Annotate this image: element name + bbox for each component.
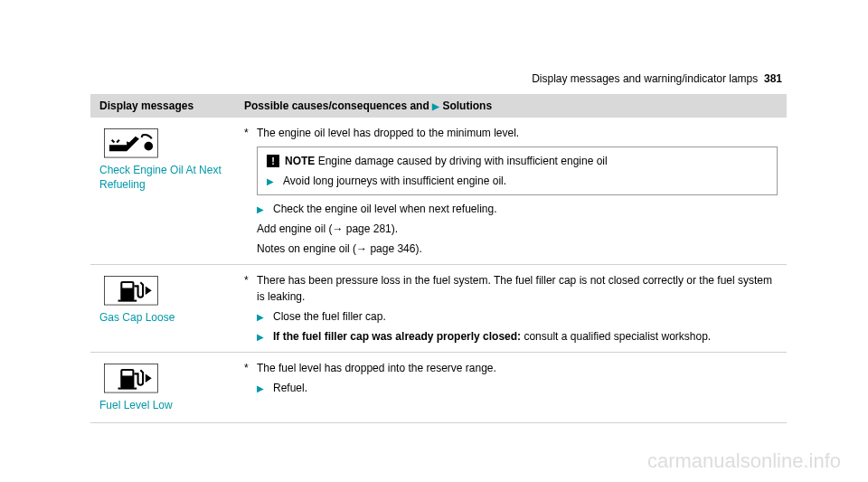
note-action-text: Avoid long journeys with insufficient en… (283, 173, 506, 189)
exclamation-icon: ! (267, 155, 279, 167)
cause-line: * There has been pressure loss in the fu… (244, 272, 778, 305)
watermark: carmanualsonline.info (647, 449, 841, 473)
solution-cell: * The fuel level has dropped into the re… (235, 353, 787, 423)
page-content: Display messages and warning/indicator l… (0, 0, 868, 423)
fuel-pump-icon (99, 272, 163, 308)
svg-rect-9 (118, 387, 137, 389)
fuel-pump-icon (99, 360, 163, 396)
svg-point-1 (146, 143, 152, 149)
table-row: Gas Cap Loose * There has been pressure … (90, 265, 787, 353)
solution-cell: * The engine oil level has dropped to th… (235, 118, 787, 265)
column-header-messages: Display messages (90, 94, 235, 118)
table-row: Check Engine Oil At Next Refueling * The… (90, 118, 787, 265)
arrow-icon: ▶ (257, 380, 273, 396)
message-label: Check Engine Oil At Next Refueling (99, 164, 226, 192)
message-label: Gas Cap Loose (99, 311, 226, 326)
message-cell: Check Engine Oil At Next Refueling (90, 118, 235, 265)
message-cell: Fuel Level Low (90, 353, 235, 423)
arrow-icon: ▶ (257, 308, 273, 325)
messages-table: Display messages Possible causes/consequ… (90, 94, 787, 423)
action-line: ▶ Close the fuel filler cap. (257, 308, 778, 325)
section-title: Display messages and warning/indicator l… (532, 72, 758, 85)
cause-line: * The engine oil level has dropped to th… (244, 125, 778, 141)
extra-line: Add engine oil (→ page 281). (244, 221, 778, 237)
note-box: !NOTE Engine damage caused by driving wi… (257, 146, 778, 195)
page-number: 381 (764, 72, 782, 85)
arrow-icon: ▶ (432, 101, 439, 111)
svg-rect-8 (122, 371, 132, 376)
arrow-icon: ▶ (267, 173, 283, 189)
action-line: ▶ If the fuel filler cap was already pro… (257, 328, 778, 345)
table-row: Fuel Level Low * The fuel level has drop… (90, 353, 787, 423)
note-text: Engine damage caused by driving with ins… (315, 155, 607, 167)
page-header: Display messages and warning/indicator l… (90, 72, 787, 85)
message-label: Fuel Level Low (99, 399, 226, 413)
arrow-icon: ▶ (257, 328, 273, 345)
svg-rect-4 (122, 283, 132, 288)
solution-cell: * There has been pressure loss in the fu… (235, 265, 787, 353)
column-header-solutions: Possible causes/consequences and ▶ Solut… (235, 94, 787, 118)
cause-line: * The fuel level has dropped into the re… (244, 360, 778, 376)
action-line: ▶ Refuel. (257, 380, 778, 396)
extra-line: Notes on engine oil (→ page 346). (244, 241, 778, 257)
message-cell: Gas Cap Loose (90, 265, 235, 353)
action-line: ▶ Check the engine oil level when next r… (257, 201, 778, 217)
svg-rect-5 (118, 299, 137, 301)
arrow-icon: ▶ (257, 201, 273, 217)
oil-can-icon (99, 125, 163, 161)
note-label: NOTE (285, 155, 315, 167)
